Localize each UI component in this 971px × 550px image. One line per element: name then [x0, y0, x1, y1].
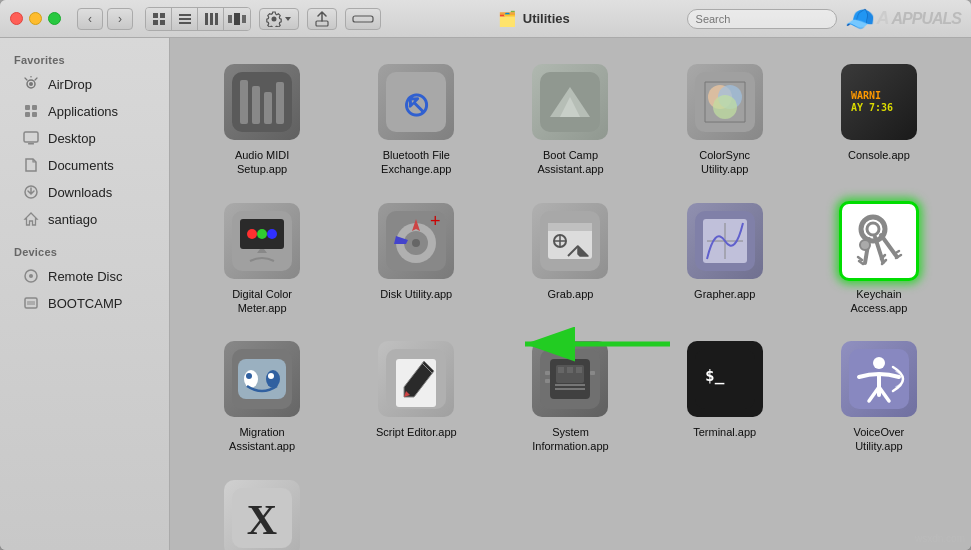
audio-midi-label: Audio MIDISetup.app — [235, 148, 289, 177]
applications-icon — [22, 102, 40, 120]
sidebar-item-applications[interactable]: Applications — [4, 98, 165, 124]
file-item-grab[interactable]: Grab.app — [498, 193, 642, 324]
svg-text:$_: $_ — [705, 366, 725, 385]
svg-rect-30 — [252, 86, 260, 124]
file-item-migration[interactable]: MigrationAssistant.app — [190, 331, 334, 462]
search-input[interactable] — [687, 9, 837, 29]
documents-label: Documents — [48, 158, 114, 173]
keychain-label: KeychainAccess.app — [850, 287, 907, 316]
voiceover-icon — [839, 339, 919, 419]
back-button[interactable]: ‹ — [77, 8, 103, 30]
sidebar: Favorites AirDrop Applications Desktop — [0, 38, 170, 550]
file-item-script-editor[interactable]: Script Editor.app — [344, 331, 488, 462]
maximize-button[interactable] — [48, 12, 61, 25]
grapher-label: Grapher.app — [694, 287, 755, 301]
file-item-voiceover[interactable]: VoiceOverUtility.app — [807, 331, 951, 462]
view-column-button[interactable] — [198, 8, 224, 30]
desktop-icon — [22, 129, 40, 147]
file-item-disk-utility[interactable]: + Disk Utility.app — [344, 193, 488, 324]
airdrop-icon — [22, 75, 40, 93]
grab-icon — [530, 201, 610, 281]
downloads-icon — [22, 183, 40, 201]
santiago-label: santiago — [48, 212, 97, 227]
forward-button[interactable]: › — [107, 8, 133, 30]
remote-disc-icon — [22, 267, 40, 285]
space-button[interactable] — [345, 8, 381, 30]
svg-rect-32 — [276, 82, 284, 124]
view-list-button[interactable] — [172, 8, 198, 30]
svg-point-68 — [246, 373, 252, 379]
file-item-bootcamp-assistant[interactable]: Boot CampAssistant.app — [498, 54, 642, 185]
file-item-system-info[interactable]: SystemInformation.app — [498, 331, 642, 462]
documents-icon — [22, 156, 40, 174]
terminal-icon: $_ — [685, 339, 765, 419]
sidebar-item-airdrop[interactable]: AirDrop — [4, 71, 165, 97]
sidebar-item-santiago[interactable]: santiago — [4, 206, 165, 232]
console-label: Console.app — [848, 148, 910, 162]
file-item-x11[interactable]: X X11.app — [190, 470, 334, 550]
file-item-audio-midi[interactable]: Audio MIDISetup.app — [190, 54, 334, 185]
svg-point-44 — [267, 229, 277, 239]
bootcamp-assistant-icon — [530, 62, 610, 142]
bootcamp-label: BOOTCAMP — [48, 296, 122, 311]
file-item-keychain[interactable]: KeychainAccess.app — [807, 193, 951, 324]
svg-rect-21 — [24, 132, 38, 142]
sidebar-item-documents[interactable]: Documents — [4, 152, 165, 178]
svg-point-67 — [266, 370, 280, 388]
svg-rect-11 — [234, 13, 240, 25]
x11-icon: X — [222, 478, 302, 550]
keychain-icon — [839, 201, 919, 281]
grab-label: Grab.app — [548, 287, 594, 301]
svg-rect-20 — [32, 112, 37, 117]
sidebar-item-downloads[interactable]: Downloads — [4, 179, 165, 205]
svg-rect-82 — [590, 371, 595, 375]
file-item-terminal[interactable]: $_ Terminal.app — [653, 331, 797, 462]
script-editor-icon — [376, 339, 456, 419]
file-item-digital-color[interactable]: Digital ColorMeter.app — [190, 193, 334, 324]
finder-window: ‹ › — [0, 0, 971, 550]
svg-rect-75 — [558, 367, 564, 373]
migration-label: MigrationAssistant.app — [229, 425, 295, 454]
santiago-icon — [22, 210, 40, 228]
svg-text:+: + — [430, 211, 441, 231]
devices-section-title: Devices — [0, 242, 169, 262]
sidebar-item-bootcamp[interactable]: BOOTCAMP — [4, 290, 165, 316]
file-item-console[interactable]: WARNI AY 7:36 Console.app — [807, 54, 951, 185]
svg-point-86 — [873, 357, 885, 369]
sidebar-item-remote-disc[interactable]: Remote Disc — [4, 263, 165, 289]
view-coverflow-button[interactable] — [224, 8, 250, 30]
system-info-icon — [530, 339, 610, 419]
file-item-bluetooth[interactable]: ⎋ Bluetooth FileExchange.app — [344, 54, 488, 185]
console-app-icon: WARNI AY 7:36 — [839, 62, 919, 142]
svg-rect-19 — [25, 112, 30, 117]
svg-rect-83 — [695, 349, 755, 409]
wsxdn-watermark: wsxdn.com — [915, 533, 965, 544]
svg-point-25 — [29, 274, 33, 278]
minimize-button[interactable] — [29, 12, 42, 25]
svg-point-39 — [713, 95, 737, 119]
grapher-icon — [685, 201, 765, 281]
toolbar-center — [145, 7, 381, 31]
view-icon-button[interactable] — [146, 8, 172, 30]
share-button[interactable] — [307, 8, 337, 30]
bootcamp-disk-icon — [22, 294, 40, 312]
svg-rect-3 — [160, 20, 165, 25]
svg-rect-4 — [179, 14, 191, 16]
action-gear-button[interactable] — [259, 8, 299, 30]
digital-color-icon — [222, 201, 302, 281]
applications-label: Applications — [48, 104, 118, 119]
script-editor-label: Script Editor.app — [376, 425, 457, 439]
svg-rect-14 — [353, 16, 373, 22]
file-item-colorsync[interactable]: ColorSyncUtility.app — [653, 54, 797, 185]
svg-rect-5 — [179, 18, 191, 20]
svg-rect-31 — [264, 92, 272, 124]
svg-rect-17 — [25, 105, 30, 110]
sidebar-item-desktop[interactable]: Desktop — [4, 125, 165, 151]
svg-rect-22 — [28, 143, 34, 145]
file-item-grapher[interactable]: Grapher.app — [653, 193, 797, 324]
svg-rect-6 — [179, 22, 191, 24]
svg-rect-7 — [205, 13, 208, 25]
title-bar: ‹ › — [0, 0, 971, 38]
close-button[interactable] — [10, 12, 23, 25]
svg-rect-9 — [215, 13, 218, 25]
